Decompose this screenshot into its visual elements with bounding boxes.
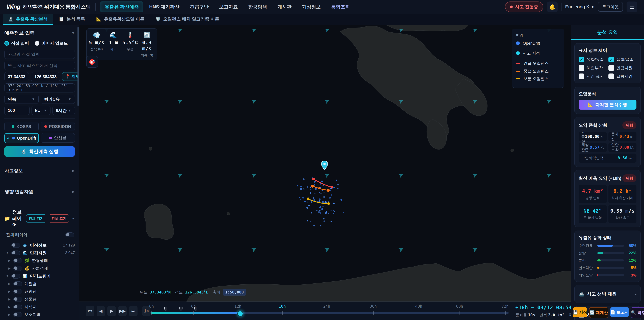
forecast-value: 0.35 m/s [610,208,635,214]
caret-right-icon[interactable]: ▶ [8,267,11,270]
checkbox-민감자원[interactable]: 민감자원 [608,65,636,71]
nav-item-유출유 확산예측[interactable]: 유출유 확산예측 [100,1,143,13]
incident-location-pin[interactable] [321,161,328,170]
model-button-앙상블[interactable]: 앙상블 [41,133,75,143]
model-button-POSEIDON[interactable]: POSEIDON [40,122,75,131]
caret-right-icon[interactable]: ▶ [8,282,11,286]
stat-label: 유출량 [581,129,585,144]
skip-end-button[interactable]: ⏭ [129,306,138,316]
layer-toggle-생물종[interactable] [14,297,22,302]
tab-유출유확산모델 이론[interactable]: 📐유출유확산모델 이론 [91,14,150,25]
stat-label: 연안부착 [611,142,619,152]
nav-item-게시판[interactable]: 게시판 [273,1,296,13]
nav-item-보고자료[interactable]: 보고자료 [215,1,242,13]
logout-button[interactable]: 로그아웃 [598,2,623,12]
spill-type-select[interactable]: 연속 ▼ [4,95,38,104]
timeline-tick [419,311,419,315]
impact-resources-section[interactable]: 영향 민감자원 ▶ [4,185,75,199]
caret-down-icon[interactable]: ▼ [6,274,9,278]
tab-icon: 📐 [96,17,102,22]
action-button-역추적[interactable]: 🔍역추적 [631,307,644,318]
sidebar-scrollbar[interactable] [78,27,79,106]
nav-item-항공탐색[interactable]: 항공탐색 [244,1,271,13]
checkbox-풍향/풍속[interactable]: ✓풍향/풍속 [608,57,636,62]
chevron-down-icon: ▼ [44,109,47,112]
checkbox-unchecked-icon [578,65,584,71]
layer-toggle-사회경제[interactable] [14,266,22,271]
tab-분석 목록[interactable]: 📋분석 목록 [54,14,90,25]
chevron-down-icon[interactable]: ▼ [72,31,75,35]
longitude-input[interactable]: 126.384333 [31,72,60,81]
model-button-OpenDrift[interactable]: ✓OpenDrift [4,133,39,143]
nav-item-HNS·대기확산[interactable]: HNS·대기확산 [145,1,184,13]
chevron-down-icon[interactable]: ▼ [72,217,75,220]
checkbox-유향/유속[interactable]: ✓유향/유속 [578,57,607,62]
caret-right-icon[interactable]: ▶ [8,290,11,293]
all-layers-on-button[interactable]: 전체 켜기 [26,214,46,222]
layer-toggle-민감자원[interactable] [12,250,20,255]
nav-item-긴급구난[interactable]: 긴급구난 [186,1,213,13]
menu-button[interactable]: ☰ [626,2,637,12]
run-prediction-button[interactable]: 🔬 확산예측 실행 [4,146,75,157]
stat-unit: kl [600,146,604,149]
step-back-button[interactable]: ◀ [96,306,105,316]
fast-forward-button[interactable]: ▶▶ [118,306,127,316]
layer-row-생물종: ▶생물종 [4,295,75,303]
all-layers-toggle[interactable] [66,232,74,237]
duration-select[interactable]: 6시간 ▼ [52,106,75,115]
caret-right-icon[interactable]: ▶ [8,297,11,301]
checkbox-시간 표시[interactable]: 시간 표시 [578,74,607,79]
unit-select[interactable]: kL ▼ [32,106,50,115]
locate-incident-button[interactable]: 🎯 [86,56,98,68]
checkbox-날짜시간[interactable]: 날짜시간 [608,74,636,79]
action-button-저장[interactable]: 💾저장 [573,307,587,317]
caret-down-icon[interactable]: ▼ [6,251,9,254]
legend-line-보통 오일펜스: 보통 오일펜스 [516,76,560,82]
bottom-action-bar: 💾저장🔄재계산📄보고서🔍역추적 [573,307,642,318]
tab-오일펜스 배치 알고리즘 이론[interactable]: 🛡️오일펜스 배치 알고리즘 이론 [150,14,224,25]
action-button-보고서[interactable]: 📄보고서 [610,307,629,317]
latitude-input[interactable]: 37.34833 [4,72,29,81]
stat-value-wrap: 100.00KL [585,134,604,139]
layer-toggle-어장정보[interactable] [12,243,20,248]
layer-toggle-보호지역[interactable] [14,312,22,317]
layer-toggle-민감도평가[interactable] [12,274,20,278]
incident-name-input[interactable]: 사고명 직접 입력 [4,50,75,59]
map-canvas[interactable]: ➤➤➤➤➤➤➤➤➤➤➤➤➤➤➤➤➤➤➤➤➤➤➤➤➤➤➤➤ 💨5 m/s풍속 (N… [79,25,571,301]
nav-item-통합조회[interactable]: 통합조회 [327,1,354,13]
layer-toggle-해안선[interactable] [14,289,22,294]
checkbox-해안부착[interactable]: 해안부착 [578,65,607,71]
model-button-KOSPS[interactable]: KOSPS [4,122,38,131]
timeline-track[interactable] [150,312,509,314]
pick-on-map-button[interactable]: 📍 지도 [62,72,79,81]
tab-유출유 확산분석[interactable]: 🔬유출유 확산분석 [3,14,53,25]
user-name: Eunjeong Kim [565,4,594,10]
radio-direct-input[interactable]: 직접 입력 [4,41,29,46]
caret-right-icon[interactable]: ▶ [8,305,11,309]
polygon-analysis-button[interactable]: 📐 다각형 분석수행 [578,100,636,110]
ship-icon: 🚢 [578,291,584,297]
layer-toggle-환경생태[interactable] [14,258,22,263]
layer-toggle-서식지[interactable] [14,304,22,309]
skip-start-button[interactable]: ⏮ [86,306,94,316]
ship-spec-card[interactable]: 🚢 사고 선박 제원 ▸ [574,285,641,303]
play-button[interactable]: ▶ [107,306,116,316]
accident-info-section[interactable]: 사고정보 ▶ [4,164,75,178]
bell-icon: 🔔 [549,4,555,10]
notifications-button[interactable]: 🔔 [547,2,558,12]
bar-label: 해안도달 [578,273,595,277]
bar-fill [598,267,599,269]
caret-right-icon[interactable]: ▶ [8,259,11,262]
caret-right-icon[interactable]: ▶ [8,313,11,316]
all-layers-off-button[interactable]: 전체 끄기 [49,214,69,222]
amount-input[interactable]: 100 [4,106,30,115]
oil-type-select[interactable]: 벙커C유 ▼ [40,95,75,104]
layer-toggle-계절별[interactable] [14,281,22,286]
tab-label: 오일펜스 배치 알고리즘 이론 [163,16,219,22]
action-button-재계산[interactable]: 🔄재계산 [589,307,608,318]
fence-event-marker-icon [194,307,198,311]
radio-image-upload[interactable]: 이미지 업로드 [35,41,68,46]
nav-item-기상정보[interactable]: 기상정보 [298,1,325,13]
incident-list-select[interactable]: 또는 사고 리스트에서 선택 [4,61,75,70]
layer-tree: 🐟어장정보17,129▼🌊민감자원3,947▶🌿환경생태▶💰사회경제▼📊민감도평… [4,241,75,320]
